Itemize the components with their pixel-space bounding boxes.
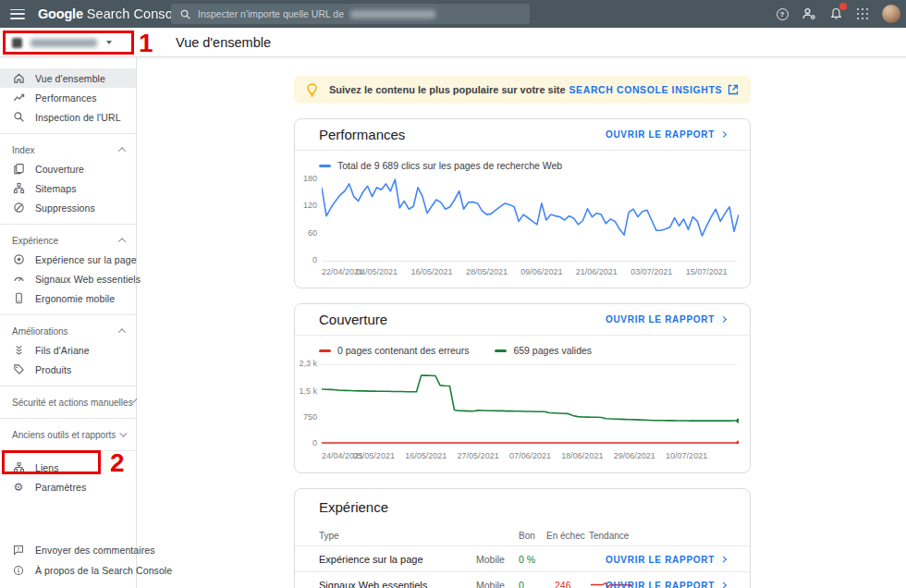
experience-card-header: Expérience xyxy=(295,489,750,524)
open-report-link-row[interactable]: OUVRIR LE RAPPORT xyxy=(606,554,726,564)
sidebar-item-suppressions[interactable]: Suppressions xyxy=(0,198,136,217)
x-axis-tick: 04/05/2021 xyxy=(356,267,398,276)
info-icon xyxy=(12,564,25,577)
property-icon xyxy=(12,38,22,48)
speedometer-icon xyxy=(12,273,25,286)
sidebar-divider xyxy=(0,314,136,315)
legend-label: 0 pages contenant des erreurs xyxy=(337,345,469,356)
about-search-console-link[interactable]: À propos de la Search Console xyxy=(0,560,136,581)
sidebar-item-liens[interactable]: Liens xyxy=(0,458,136,477)
chevron-down-icon xyxy=(132,398,137,403)
hamburger-menu-icon[interactable] xyxy=(10,9,25,19)
property-selector[interactable] xyxy=(0,28,137,57)
removals-icon xyxy=(12,202,25,214)
table-row: Signaux Web essentiels Mobile 0 246 OUVR… xyxy=(295,572,750,588)
legend-dash-blue xyxy=(319,165,331,167)
y-axis-tick: 0 xyxy=(295,254,317,265)
chevron-right-icon xyxy=(720,556,727,562)
sidebar-item-produits[interactable]: Produits xyxy=(0,360,136,379)
sidebar-item-label: Vue d'ensemble xyxy=(35,73,105,84)
section-label: Expérience xyxy=(12,236,58,246)
mobile-phone-icon xyxy=(12,292,25,305)
help-icon: ? xyxy=(777,8,789,20)
sidebar-item-fils-ariane[interactable]: Fils d'Ariane xyxy=(0,340,136,360)
experience-card: Expérience Type Bon En échec Tendance Ex… xyxy=(294,488,751,588)
sidebar-item-experience-page[interactable]: Expérience sur la page xyxy=(0,250,136,269)
sidebar-divider xyxy=(0,224,136,225)
performances-card: Performances OUVRIR LE RAPPORT Total de … xyxy=(294,118,751,288)
sidebar-divider xyxy=(0,418,136,419)
sidebar-item-label: Fils d'Ariane xyxy=(35,345,90,356)
row-good-value: 0 xyxy=(519,580,524,588)
sidebar-item-parametres[interactable]: ⚙ Paramètres xyxy=(0,477,136,496)
sidebar-navigation: Vue d'ensemble Performances Inspection d… xyxy=(0,57,137,588)
experience-table: Type Bon En échec Tendance Expérience su… xyxy=(295,524,750,588)
sidebar-item-inspection-url[interactable]: Inspection de l'URL xyxy=(0,107,136,127)
x-axis-tick: 05/05/2021 xyxy=(353,451,395,460)
x-axis-tick: 28/05/2021 xyxy=(466,267,508,276)
google-apps-button[interactable] xyxy=(855,6,870,21)
sidebar-item-label: Suppressions xyxy=(35,202,95,214)
x-axis-tick: 15/07/2021 xyxy=(686,267,728,276)
page-title: Vue d'ensemble xyxy=(176,28,271,57)
send-feedback-link[interactable]: Envoyer des commentaires xyxy=(0,540,136,560)
legend-item: Total de 9 689 clics sur les pages de re… xyxy=(319,160,562,171)
column-header-tendance: Tendance xyxy=(589,530,629,540)
open-report-label: OUVRIR LE RAPPORT xyxy=(606,580,715,588)
sidebar-item-mobile-usability[interactable]: Ergonomie mobile xyxy=(0,288,136,308)
app-logo[interactable]: GoogleSearch Console xyxy=(38,6,183,21)
search-console-insights-link[interactable]: SEARCH CONSOLE INSIGHTS xyxy=(569,84,739,95)
sidebar-item-performances[interactable]: Performances xyxy=(0,88,136,107)
sidebar-item-vue-densemble[interactable]: Vue d'ensemble xyxy=(0,68,136,88)
search-placeholder: Inspecter n'importe quelle URL de xyxy=(198,8,344,19)
dropdown-caret-icon xyxy=(106,41,112,44)
couverture-card-header: Couverture OUVRIR LE RAPPORT xyxy=(295,304,750,336)
help-button[interactable]: ? xyxy=(775,6,790,21)
page-header: Vue d'ensemble xyxy=(0,28,906,57)
sidebar-item-label: Performances xyxy=(35,92,97,104)
sidebar-section-anciens-outils[interactable]: Anciens outils et rapports xyxy=(0,425,136,444)
sidebar-item-sitemaps[interactable]: Sitemaps xyxy=(0,178,136,198)
performances-legend: Total de 9 689 clics sur les pages de re… xyxy=(319,160,562,171)
home-icon xyxy=(12,72,25,85)
x-axis-tick: 09/06/2021 xyxy=(520,267,562,276)
legend-item: 659 pages valides xyxy=(495,345,592,356)
column-header-en-echec: En échec xyxy=(546,530,585,540)
tag-icon xyxy=(12,363,25,376)
account-settings-button[interactable] xyxy=(802,6,816,21)
magnifier-icon xyxy=(12,111,25,124)
performances-card-header: Performances OUVRIR LE RAPPORT xyxy=(295,119,750,151)
banner-link-label: SEARCH CONSOLE INSIGHTS xyxy=(569,84,722,95)
couverture-legend: 0 pages contenant des erreurs 659 pages … xyxy=(319,345,592,356)
notification-badge xyxy=(839,3,847,10)
row-type-label: Signaux Web essentiels xyxy=(319,580,427,588)
y-axis-tick: 2,3 k xyxy=(295,358,317,369)
legend-dash-red xyxy=(319,349,331,352)
sidebar-section-experience[interactable]: Expérience xyxy=(0,231,136,250)
top-app-bar: GoogleSearch Console Inspecter n'importe… xyxy=(0,0,906,28)
apps-grid-icon xyxy=(857,8,868,19)
redacted-property-name xyxy=(350,10,435,18)
notifications-button[interactable] xyxy=(828,6,843,21)
url-inspection-search-input[interactable]: Inspecter n'importe quelle URL de xyxy=(171,4,530,24)
chart-baseline xyxy=(322,444,737,445)
legend-item: 0 pages contenant des erreurs xyxy=(319,345,469,356)
sidebar-section-ameliorations[interactable]: Améliorations xyxy=(0,322,136,340)
chart-baseline xyxy=(322,261,737,262)
user-avatar[interactable] xyxy=(882,5,900,23)
table-header-row: Type Bon En échec Tendance xyxy=(295,524,750,546)
sidebar-section-index[interactable]: Index xyxy=(0,141,136,159)
legend-dash-green xyxy=(495,349,507,352)
row-failing-value: 246 xyxy=(555,580,571,588)
sidebar-item-label: Couverture xyxy=(35,164,84,175)
open-report-link-row[interactable]: OUVRIR LE RAPPORT xyxy=(606,580,726,588)
sidebar-item-core-web-vitals[interactable]: Signaux Web essentiels xyxy=(0,269,136,288)
card-title: Expérience xyxy=(319,499,388,515)
sidebar-item-couverture[interactable]: Couverture xyxy=(0,159,136,178)
sidebar-section-securite[interactable]: Sécurité et actions manuelles xyxy=(0,393,136,411)
column-header-type: Type xyxy=(319,530,339,540)
open-report-link-performances[interactable]: OUVRIR LE RAPPORT xyxy=(606,129,726,140)
sidebar-divider xyxy=(0,450,136,451)
open-report-link-couverture[interactable]: OUVRIR LE RAPPORT xyxy=(606,314,726,325)
card-title: Couverture xyxy=(319,312,387,327)
